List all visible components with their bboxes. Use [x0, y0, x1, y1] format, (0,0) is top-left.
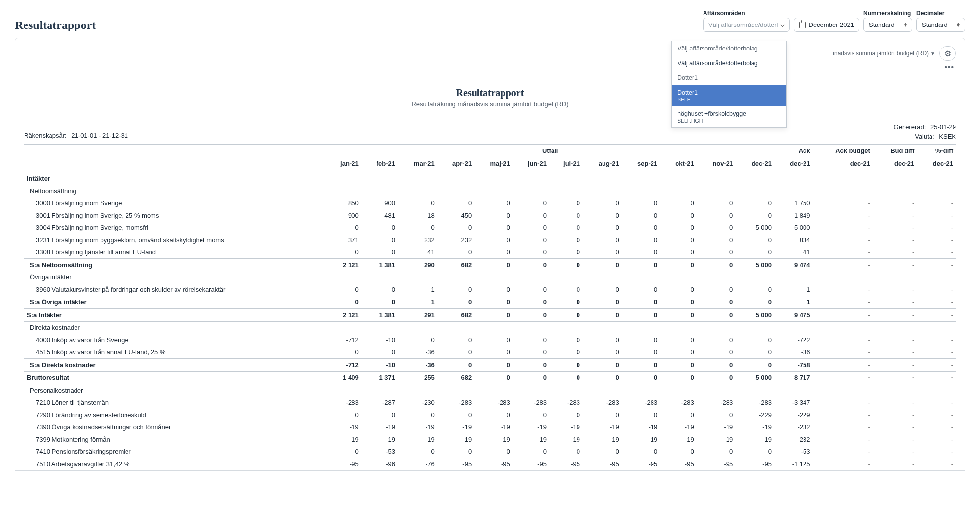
- scaling-label: Nummerskalning: [863, 10, 911, 17]
- table-row: S:a Övriga intäkter0010000000001---: [24, 296, 956, 309]
- generated-value: 25-01-29: [930, 124, 956, 131]
- table-row: 3308 Försäljning tjänster till annat EU-…: [24, 246, 956, 259]
- scaling-value: Standard: [869, 21, 895, 28]
- colgroup-ackbudget: Ack budget: [813, 145, 873, 157]
- table-row: S:a Intäkter2 1211 38129168200000005 000…: [24, 309, 956, 322]
- report-table: Utfall Ack Ack budget Bud diff %-diff ja…: [24, 144, 956, 470]
- table-row: S:a Nettoomsättning2 1211 38129068200000…: [24, 259, 956, 272]
- table-row: Direkta kostnader: [24, 322, 956, 334]
- decimals-label: Decimaler: [916, 10, 944, 17]
- report-subtitle: Resultaträkning månadsvis summa jämfört …: [24, 100, 956, 108]
- currency-value: KSEK: [939, 133, 956, 140]
- dd-choose[interactable]: Välj affärsområde/dotterbolag: [672, 56, 786, 71]
- report-sheet: ınadsvis summa jämfört budget (RD) ▼ ⚙ •…: [15, 38, 965, 471]
- scaling-select[interactable]: Standard: [863, 18, 912, 32]
- settings-button[interactable]: ⚙: [939, 46, 956, 61]
- dd-item[interactable]: Dotter1SELF: [672, 85, 786, 106]
- table-row: 4515 Inköp av varor från annat EU-land, …: [24, 346, 956, 359]
- generated-label: Genererad:: [894, 124, 926, 131]
- page-title: Resultatrapport: [15, 19, 699, 32]
- period-label: Räkenskapsår:: [24, 132, 67, 139]
- dd-header: Välj affärsområde/dotterbolag: [672, 41, 786, 56]
- areas-select[interactable]: Välj affärsområde/dotterl: [703, 18, 789, 32]
- view-select-label: ınadsvis summa jämfört budget (RD): [833, 50, 929, 57]
- colgroup-buddiff: Bud diff: [873, 145, 917, 157]
- colgroup-ack: Ack: [775, 145, 813, 157]
- table-row: 4000 Inköp av varor från Sverige-712-100…: [24, 334, 956, 346]
- table-row: 3004 Försäljning inom Sverige, momsfri00…: [24, 222, 956, 234]
- currency-label: Valuta:: [915, 133, 934, 140]
- table-row: 3000 Försäljning inom Sverige85090000000…: [24, 197, 956, 209]
- table-row: 7210 Löner till tjänstemän-283-287-230-2…: [24, 397, 956, 409]
- dd-group: Dotter1: [672, 71, 786, 85]
- colgroup-pctdiff: %-diff: [917, 145, 956, 157]
- table-row: Intäkter: [24, 170, 956, 185]
- header-months-row: jan-21feb-21mar-21 apr-21maj-21jun-21 ju…: [24, 157, 956, 170]
- sort-icon: [957, 23, 960, 27]
- table-row: 3001 Försäljning inom Sverige, 25 % moms…: [24, 209, 956, 222]
- decimals-select[interactable]: Standard: [916, 18, 965, 32]
- dd-item[interactable]: höghuset +förskolebyggeSELF.HGH: [672, 106, 786, 127]
- table-row: Bruttoresultat1 4091 37125568200000005 0…: [24, 372, 956, 384]
- areas-label: Affärsområden: [703, 10, 745, 17]
- period-select[interactable]: December 2021: [794, 18, 860, 32]
- table-row: Övriga intäkter: [24, 271, 956, 283]
- table-row: 7399 Motkontering förmån1919191919191919…: [24, 433, 956, 446]
- view-select[interactable]: ınadsvis summa jämfört budget (RD) ▼: [833, 50, 935, 57]
- sort-icon: [904, 23, 907, 27]
- table-row: Personalkostnader: [24, 384, 956, 397]
- period-value-text: 21-01-01 - 21-12-31: [71, 132, 128, 139]
- chevron-down-icon: ▼: [930, 51, 935, 56]
- areas-dropdown[interactable]: Välj affärsområde/dotterbolag Välj affär…: [671, 41, 787, 128]
- decimals-value: Standard: [922, 21, 948, 28]
- colgroup-utfall: Utfall: [326, 145, 775, 157]
- more-menu[interactable]: •••: [942, 62, 956, 72]
- report-title: Resultatrapport: [24, 87, 956, 99]
- table-row: 3231 Försäljning inom byggsektorn, omvän…: [24, 234, 956, 246]
- table-row: Nettoomsättning: [24, 185, 956, 197]
- table-row: 7410 Pensionsförsäkringspremier0-5300000…: [24, 446, 956, 458]
- table-row: S:a Direkta kostnader-712-10-36000000000…: [24, 359, 956, 372]
- table-row: 7390 Övriga kostnadsersättningar och för…: [24, 421, 956, 433]
- table-row: 3960 Valutakursvinster på fordringar och…: [24, 283, 956, 296]
- calendar-icon: [799, 22, 806, 28]
- gear-icon: ⚙: [944, 49, 951, 58]
- areas-placeholder: Välj affärsområde/dotterl: [708, 21, 778, 28]
- table-row: 7290 Förändring av semesterlöneskuld0000…: [24, 409, 956, 421]
- table-row: 7510 Arbetsgivaravgifter 31,42 %-95-96-7…: [24, 458, 956, 470]
- period-value: December 2021: [809, 21, 854, 28]
